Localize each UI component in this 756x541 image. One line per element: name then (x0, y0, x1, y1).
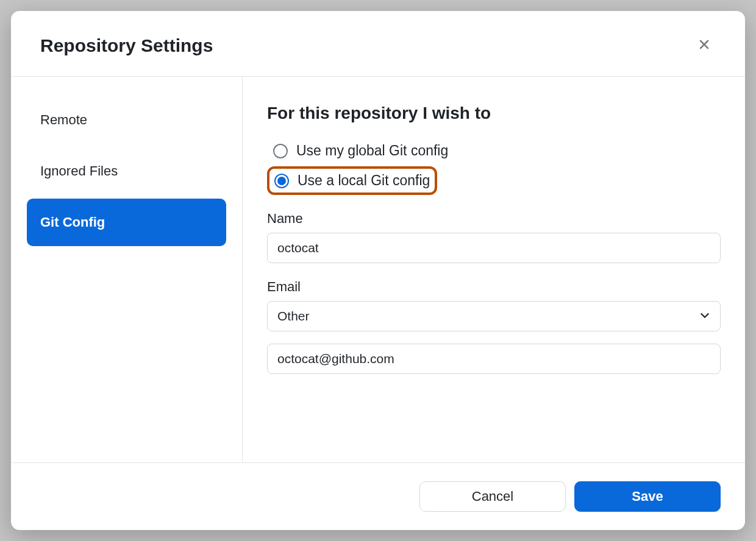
name-input[interactable] (267, 233, 721, 263)
radio-use-global-config[interactable]: Use my global Git config (267, 138, 721, 164)
sidebar-item-ignored-files[interactable]: Ignored Files (27, 147, 226, 195)
section-heading: For this repository I wish to (267, 104, 721, 123)
email-input[interactable] (267, 344, 721, 374)
sidebar-item-label: Remote (40, 112, 87, 127)
button-label: Cancel (472, 489, 513, 504)
sidebar-item-git-config[interactable]: Git Config (27, 199, 226, 246)
button-label: Save (632, 489, 663, 504)
name-field-group: Name (267, 211, 721, 263)
cancel-button[interactable]: Cancel (419, 481, 566, 512)
sidebar-item-remote[interactable]: Remote (27, 96, 226, 144)
close-icon (696, 37, 712, 54)
repository-settings-dialog: Repository Settings Remote Ignored Files… (11, 11, 745, 530)
email-select-wrap: Other (267, 301, 721, 331)
name-label: Name (267, 211, 721, 227)
save-button[interactable]: Save (574, 481, 721, 512)
email-select[interactable]: Other (267, 301, 721, 331)
dialog-header: Repository Settings (11, 11, 745, 77)
radio-dot-icon (277, 177, 286, 185)
email-select-value: Other (277, 309, 310, 323)
settings-content: For this repository I wish to Use my glo… (243, 77, 745, 462)
settings-sidebar: Remote Ignored Files Git Config (11, 77, 243, 462)
radio-label: Use a local Git config (298, 172, 430, 189)
email-field-group: Email Other (267, 279, 721, 374)
sidebar-item-label: Git Config (40, 214, 105, 230)
dialog-title: Repository Settings (40, 35, 213, 56)
sidebar-item-label: Ignored Files (40, 163, 118, 179)
dialog-body: Remote Ignored Files Git Config For this… (11, 77, 745, 462)
radio-icon (273, 144, 288, 158)
radio-label: Use my global Git config (296, 143, 448, 159)
radio-icon (274, 174, 289, 188)
email-label: Email (267, 279, 721, 295)
dialog-footer: Cancel Save (11, 462, 745, 530)
close-button[interactable] (693, 33, 716, 58)
radio-use-local-config[interactable]: Use a local Git config (267, 166, 437, 195)
